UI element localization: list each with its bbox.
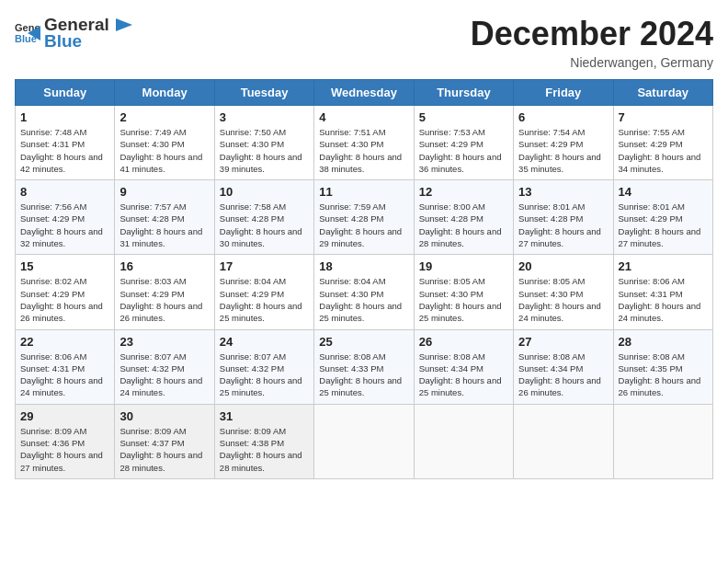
day-number: 31 bbox=[220, 409, 309, 423]
cell-details: Sunrise: 7:57 AM Sunset: 4:28 PM Dayligh… bbox=[119, 201, 209, 249]
cell-details: Sunrise: 7:53 AM Sunset: 4:29 PM Dayligh… bbox=[419, 126, 508, 175]
cell-details: Sunrise: 8:06 AM Sunset: 4:31 PM Dayligh… bbox=[20, 350, 109, 399]
calendar-cell: 12 Sunrise: 8:00 AM Sunset: 4:28 PM Dayl… bbox=[414, 180, 513, 255]
calendar-cell: 5 Sunrise: 7:53 AM Sunset: 4:29 PM Dayli… bbox=[414, 106, 513, 180]
svg-text:Blue: Blue bbox=[15, 33, 37, 44]
cell-details: Sunrise: 8:05 AM Sunset: 4:30 PM Dayligh… bbox=[518, 275, 608, 324]
weekday-header-row: SundayMondayTuesdayWednesdayThursdayFrid… bbox=[16, 80, 713, 106]
cell-details: Sunrise: 7:56 AM Sunset: 4:29 PM Dayligh… bbox=[20, 201, 109, 249]
day-number: 26 bbox=[419, 335, 508, 349]
day-number: 3 bbox=[220, 110, 309, 124]
weekday-header-monday: Monday bbox=[115, 80, 214, 106]
weekday-header-saturday: Saturday bbox=[613, 80, 712, 106]
calendar-cell: 2 Sunrise: 7:49 AM Sunset: 4:30 PM Dayli… bbox=[115, 106, 214, 180]
weekday-header-friday: Friday bbox=[514, 80, 613, 106]
weekday-header-tuesday: Tuesday bbox=[214, 80, 313, 106]
calendar-cell: 26 Sunrise: 8:08 AM Sunset: 4:34 PM Dayl… bbox=[414, 329, 513, 404]
cell-details: Sunrise: 8:07 AM Sunset: 4:32 PM Dayligh… bbox=[220, 350, 309, 399]
day-number: 18 bbox=[319, 259, 408, 273]
calendar-cell: 21 Sunrise: 8:06 AM Sunset: 4:31 PM Dayl… bbox=[613, 255, 712, 329]
day-number: 16 bbox=[119, 259, 209, 273]
cell-details: Sunrise: 8:09 AM Sunset: 4:38 PM Dayligh… bbox=[220, 425, 309, 474]
day-number: 17 bbox=[220, 259, 309, 273]
day-number: 1 bbox=[20, 110, 109, 124]
calendar-cell: 24 Sunrise: 8:07 AM Sunset: 4:32 PM Dayl… bbox=[214, 329, 313, 404]
calendar-cell: 19 Sunrise: 8:05 AM Sunset: 4:30 PM Dayl… bbox=[414, 255, 513, 329]
calendar-cell: 16 Sunrise: 8:03 AM Sunset: 4:29 PM Dayl… bbox=[115, 255, 214, 329]
calendar-cell: 1 Sunrise: 7:48 AM Sunset: 4:31 PM Dayli… bbox=[16, 106, 115, 180]
day-number: 4 bbox=[319, 110, 408, 124]
cell-details: Sunrise: 8:01 AM Sunset: 4:28 PM Dayligh… bbox=[518, 201, 608, 249]
calendar-table: SundayMondayTuesdayWednesdayThursdayFrid… bbox=[15, 79, 713, 479]
day-number: 5 bbox=[419, 110, 508, 124]
day-number: 10 bbox=[220, 185, 309, 199]
calendar-cell bbox=[414, 404, 513, 478]
day-number: 28 bbox=[619, 335, 708, 349]
cell-details: Sunrise: 7:49 AM Sunset: 4:30 PM Dayligh… bbox=[119, 126, 209, 175]
cell-details: Sunrise: 8:09 AM Sunset: 4:36 PM Dayligh… bbox=[20, 425, 109, 474]
day-number: 6 bbox=[518, 110, 608, 124]
calendar-week-row: 22 Sunrise: 8:06 AM Sunset: 4:31 PM Dayl… bbox=[16, 329, 713, 404]
day-number: 22 bbox=[20, 335, 109, 349]
cell-details: Sunrise: 8:06 AM Sunset: 4:31 PM Dayligh… bbox=[619, 275, 708, 324]
calendar-cell: 6 Sunrise: 7:54 AM Sunset: 4:29 PM Dayli… bbox=[514, 106, 613, 180]
day-number: 9 bbox=[119, 185, 209, 199]
cell-details: Sunrise: 7:50 AM Sunset: 4:30 PM Dayligh… bbox=[220, 126, 309, 175]
calendar-week-row: 15 Sunrise: 8:02 AM Sunset: 4:29 PM Dayl… bbox=[16, 255, 713, 329]
calendar-cell: 28 Sunrise: 8:08 AM Sunset: 4:35 PM Dayl… bbox=[613, 329, 712, 404]
logo: General Blue General Blue bbox=[15, 15, 132, 52]
weekday-header-wednesday: Wednesday bbox=[314, 80, 414, 106]
calendar-cell: 15 Sunrise: 8:02 AM Sunset: 4:29 PM Dayl… bbox=[16, 255, 115, 329]
cell-details: Sunrise: 7:55 AM Sunset: 4:29 PM Dayligh… bbox=[619, 126, 708, 175]
calendar-cell: 30 Sunrise: 8:09 AM Sunset: 4:37 PM Dayl… bbox=[115, 404, 214, 478]
calendar-cell: 17 Sunrise: 8:04 AM Sunset: 4:29 PM Dayl… bbox=[214, 255, 313, 329]
calendar-week-row: 29 Sunrise: 8:09 AM Sunset: 4:36 PM Dayl… bbox=[16, 404, 713, 478]
calendar-cell: 3 Sunrise: 7:50 AM Sunset: 4:30 PM Dayli… bbox=[214, 106, 313, 180]
day-number: 24 bbox=[220, 335, 309, 349]
calendar-week-row: 8 Sunrise: 7:56 AM Sunset: 4:29 PM Dayli… bbox=[16, 180, 713, 255]
calendar-cell: 4 Sunrise: 7:51 AM Sunset: 4:30 PM Dayli… bbox=[314, 106, 414, 180]
day-number: 29 bbox=[20, 409, 109, 423]
day-number: 13 bbox=[518, 185, 608, 199]
day-number: 27 bbox=[518, 335, 608, 349]
calendar-cell bbox=[314, 404, 414, 478]
month-title: December 2024 bbox=[471, 15, 713, 53]
day-number: 20 bbox=[518, 259, 608, 273]
calendar-cell: 10 Sunrise: 7:58 AM Sunset: 4:28 PM Dayl… bbox=[214, 180, 313, 255]
cell-details: Sunrise: 7:54 AM Sunset: 4:29 PM Dayligh… bbox=[518, 126, 608, 175]
cell-details: Sunrise: 8:08 AM Sunset: 4:34 PM Dayligh… bbox=[518, 350, 608, 399]
day-number: 19 bbox=[419, 259, 508, 273]
day-number: 2 bbox=[119, 110, 209, 124]
cell-details: Sunrise: 7:51 AM Sunset: 4:30 PM Dayligh… bbox=[319, 126, 408, 175]
calendar-cell: 29 Sunrise: 8:09 AM Sunset: 4:36 PM Dayl… bbox=[16, 404, 115, 478]
cell-details: Sunrise: 8:09 AM Sunset: 4:37 PM Dayligh… bbox=[119, 425, 209, 474]
day-number: 11 bbox=[319, 185, 408, 199]
calendar-cell: 18 Sunrise: 8:04 AM Sunset: 4:30 PM Dayl… bbox=[314, 255, 414, 329]
cell-details: Sunrise: 8:03 AM Sunset: 4:29 PM Dayligh… bbox=[119, 275, 209, 324]
location: Niederwangen, Germany bbox=[471, 55, 713, 70]
day-number: 7 bbox=[619, 110, 708, 124]
cell-details: Sunrise: 8:07 AM Sunset: 4:32 PM Dayligh… bbox=[119, 350, 209, 399]
page-header: General Blue General Blue December 2024 … bbox=[15, 15, 713, 70]
day-number: 12 bbox=[419, 185, 508, 199]
day-number: 25 bbox=[319, 335, 408, 349]
weekday-header-sunday: Sunday bbox=[16, 80, 115, 106]
weekday-header-thursday: Thursday bbox=[414, 80, 513, 106]
cell-details: Sunrise: 8:08 AM Sunset: 4:35 PM Dayligh… bbox=[619, 350, 708, 399]
calendar-cell: 27 Sunrise: 8:08 AM Sunset: 4:34 PM Dayl… bbox=[514, 329, 613, 404]
cell-details: Sunrise: 8:04 AM Sunset: 4:30 PM Dayligh… bbox=[319, 275, 408, 324]
cell-details: Sunrise: 8:08 AM Sunset: 4:33 PM Dayligh… bbox=[319, 350, 408, 399]
cell-details: Sunrise: 8:01 AM Sunset: 4:29 PM Dayligh… bbox=[619, 201, 708, 249]
calendar-cell: 9 Sunrise: 7:57 AM Sunset: 4:28 PM Dayli… bbox=[115, 180, 214, 255]
logo-icon: General Blue bbox=[15, 20, 40, 46]
day-number: 15 bbox=[20, 259, 109, 273]
title-block: December 2024 Niederwangen, Germany bbox=[471, 15, 713, 70]
calendar-cell: 13 Sunrise: 8:01 AM Sunset: 4:28 PM Dayl… bbox=[514, 180, 613, 255]
calendar-cell: 8 Sunrise: 7:56 AM Sunset: 4:29 PM Dayli… bbox=[16, 180, 115, 255]
cell-details: Sunrise: 8:00 AM Sunset: 4:28 PM Dayligh… bbox=[419, 201, 508, 249]
cell-details: Sunrise: 8:04 AM Sunset: 4:29 PM Dayligh… bbox=[220, 275, 309, 324]
logo-arrow-icon bbox=[112, 15, 132, 35]
day-number: 21 bbox=[619, 259, 708, 273]
svg-marker-3 bbox=[116, 18, 132, 31]
calendar-cell: 11 Sunrise: 7:59 AM Sunset: 4:28 PM Dayl… bbox=[314, 180, 414, 255]
